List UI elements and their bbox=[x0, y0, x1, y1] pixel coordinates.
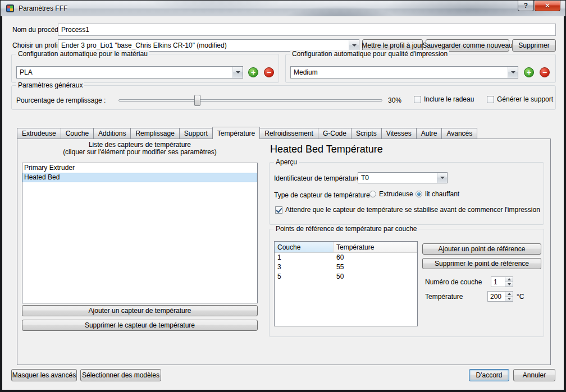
cell-layer: 5 bbox=[275, 272, 334, 282]
tab-autre[interactable]: Autre bbox=[416, 128, 442, 139]
material-config-title: Configuration automatique pour le matéri… bbox=[16, 50, 149, 58]
raft-checkbox[interactable] bbox=[414, 96, 421, 103]
tab-refroidissement[interactable]: Refroidissement bbox=[259, 128, 318, 139]
list-item[interactable]: Primary Extruder bbox=[22, 163, 257, 173]
cell-temperature: 50 bbox=[334, 272, 417, 282]
temperature-tab-panel: Liste des capteurs de température (cliqu… bbox=[17, 139, 551, 365]
tab-couche[interactable]: Couche bbox=[61, 128, 94, 139]
material-select[interactable]: PLA bbox=[16, 66, 243, 79]
tab-scripts[interactable]: Scripts bbox=[351, 128, 382, 139]
ok-button[interactable]: D'accord bbox=[469, 369, 509, 381]
support-checkbox[interactable] bbox=[487, 96, 494, 103]
wait-stabilize-checkbox[interactable] bbox=[275, 206, 282, 214]
column-header-temperature[interactable]: Température bbox=[334, 242, 417, 252]
spinner-buttons bbox=[505, 277, 513, 287]
chevron-down-icon bbox=[232, 67, 243, 78]
remove-quality-button[interactable]: − bbox=[540, 67, 550, 77]
bed-radio-option[interactable]: lit chauffant bbox=[416, 190, 459, 198]
process-name-input[interactable]: Process1 bbox=[58, 24, 556, 36]
cancel-button[interactable]: Annuler bbox=[513, 369, 555, 381]
extruder-radio-option[interactable]: Extrudeuse bbox=[369, 190, 413, 198]
profile-value: Ender 3 pro_Lio1 "base_Chris Elkins CR-1… bbox=[58, 41, 349, 49]
infill-slider-thumb[interactable] bbox=[194, 95, 200, 106]
chevron-down-icon bbox=[349, 40, 359, 51]
spinner-buttons bbox=[505, 292, 513, 301]
raft-label: Inclure le radeau bbox=[424, 95, 474, 103]
infill-label: Pourcentage de remplissage : bbox=[16, 96, 106, 104]
material-value: PLA bbox=[17, 68, 232, 76]
temperature-sensor-list[interactable]: Primary Extruder Heated Bed bbox=[22, 163, 258, 303]
layer-number-label: Numéro de couche bbox=[425, 278, 482, 286]
extruder-radio[interactable] bbox=[369, 191, 376, 197]
delete-profile-button[interactable]: Supprimer bbox=[512, 39, 556, 52]
setpoints-title: Points de référence de température par c… bbox=[274, 225, 418, 233]
sensor-heading: Heated Bed Température bbox=[270, 144, 383, 155]
close-button[interactable]: ✕ bbox=[535, 1, 560, 11]
quality-value: Medium bbox=[291, 68, 508, 76]
remove-sensor-button[interactable]: Supprimer le capteur de température bbox=[22, 320, 258, 331]
temperature-value: 200 bbox=[488, 292, 505, 301]
spin-up-icon[interactable] bbox=[505, 292, 513, 297]
chevron-down-icon bbox=[437, 173, 447, 183]
tab-vitesses[interactable]: Vitesses bbox=[381, 128, 417, 139]
tab-avances[interactable]: Avancés bbox=[441, 128, 477, 139]
spin-up-icon[interactable] bbox=[505, 277, 513, 282]
quality-config-group: Configuration automatique pour qualité d… bbox=[285, 54, 556, 83]
support-option[interactable]: Générer le support bbox=[487, 95, 553, 103]
setpoints-group: Points de référence de température par c… bbox=[269, 229, 544, 337]
add-quality-button[interactable]: + bbox=[524, 67, 534, 77]
dialog-body: Nom du procédé : Process1 Choisir un pro… bbox=[2, 16, 564, 390]
support-label: Générer le support bbox=[497, 95, 553, 103]
setpoint-table[interactable]: Couche Température 1 60 3 55 5 50 bbox=[274, 241, 418, 326]
quality-select[interactable]: Medium bbox=[290, 66, 518, 79]
bed-radio-label: lit chauffant bbox=[425, 190, 459, 198]
tab-temperature[interactable]: Température bbox=[212, 127, 260, 139]
table-row[interactable]: 3 55 bbox=[275, 262, 417, 272]
bed-radio[interactable] bbox=[416, 191, 422, 197]
layer-number-spinner[interactable]: 1 bbox=[491, 276, 513, 287]
identifier-select[interactable]: T0 bbox=[358, 172, 448, 183]
sensor-type-label: Type de capteur de température : bbox=[274, 191, 373, 199]
cell-layer: 3 bbox=[275, 262, 334, 272]
titlebar[interactable]: Paramètres FFF ? ✕ bbox=[1, 1, 565, 16]
profile-label: Choisir un profil : bbox=[12, 41, 63, 49]
spin-down-icon[interactable] bbox=[505, 297, 513, 301]
identifier-value: T0 bbox=[358, 174, 437, 182]
cell-temperature: 55 bbox=[334, 262, 417, 272]
add-material-button[interactable]: + bbox=[248, 67, 258, 77]
remove-material-button[interactable]: − bbox=[264, 67, 274, 77]
plus-icon: + bbox=[527, 68, 531, 76]
cell-temperature: 60 bbox=[334, 253, 417, 262]
general-settings-title: Paramètres généraux bbox=[16, 81, 84, 89]
help-button[interactable]: ? bbox=[518, 1, 534, 11]
wait-stabilize-option[interactable]: Attendre que le capteur de température s… bbox=[275, 206, 540, 214]
add-sensor-button[interactable]: Ajouter un capteur de température bbox=[22, 305, 258, 316]
wait-stabilize-label: Attendre que le capteur de température s… bbox=[285, 206, 540, 214]
cell-layer: 1 bbox=[275, 253, 334, 262]
tab-support[interactable]: Support bbox=[179, 128, 213, 139]
identifier-label: Identificateur de température bbox=[274, 174, 360, 182]
process-name-value: Process1 bbox=[61, 26, 89, 34]
infill-slider[interactable] bbox=[118, 99, 382, 102]
tab-additions[interactable]: Additions bbox=[93, 128, 131, 139]
spin-down-icon[interactable] bbox=[505, 282, 513, 287]
hide-advanced-button[interactable]: Masquer les avancés bbox=[11, 369, 77, 381]
plus-icon: + bbox=[251, 68, 255, 76]
general-settings-group: Paramètres généraux Pourcentage de rempl… bbox=[11, 85, 556, 110]
caption-buttons: ? ✕ bbox=[518, 1, 560, 11]
tab-remplissage[interactable]: Remplissage bbox=[130, 128, 179, 139]
table-row[interactable]: 1 60 bbox=[275, 253, 417, 262]
tab-extrudeuse[interactable]: Extrudeuse bbox=[17, 128, 61, 139]
quality-config-title: Configuration automatique pour qualité d… bbox=[290, 50, 449, 58]
tab-gcode[interactable]: G-Code bbox=[318, 128, 352, 139]
list-item[interactable]: Heated Bed bbox=[22, 173, 257, 182]
add-setpoint-button[interactable]: Ajouter un point de référence bbox=[422, 243, 541, 255]
window-title: Paramètres FFF bbox=[19, 4, 67, 12]
temperature-spinner[interactable]: 200 bbox=[487, 291, 513, 302]
raft-option[interactable]: Inclure le radeau bbox=[414, 95, 474, 103]
table-row[interactable]: 5 50 bbox=[275, 272, 417, 282]
remove-setpoint-button[interactable]: Supprimer le point de référence bbox=[422, 258, 541, 269]
select-models-button[interactable]: Sélectionner des modèles bbox=[80, 369, 161, 381]
column-header-layer[interactable]: Couche bbox=[275, 242, 334, 252]
overview-group: Aperçu Identificateur de température T0 … bbox=[269, 162, 544, 225]
